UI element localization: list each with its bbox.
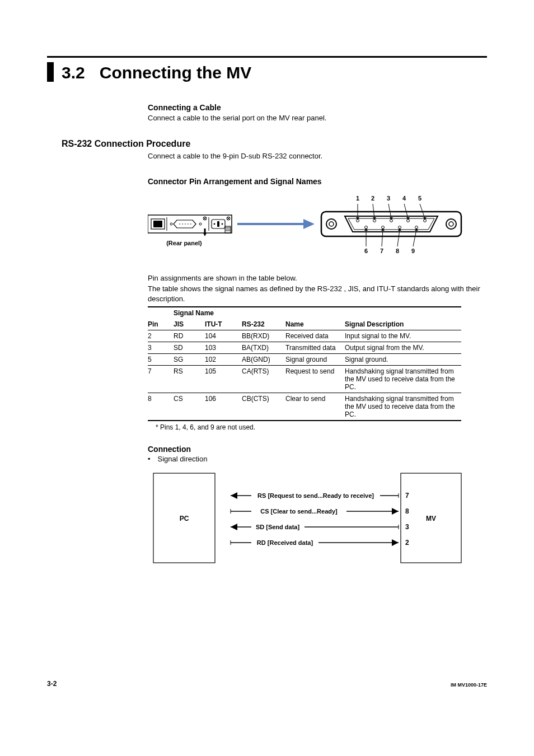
section-divider	[47, 56, 487, 58]
th-signal-name: Signal Name	[174, 307, 285, 319]
rear-panel-icon	[148, 215, 232, 236]
th-name: Name	[285, 307, 345, 330]
svg-rect-2	[153, 221, 162, 227]
svg-marker-75	[231, 524, 237, 530]
svg-text:2: 2	[405, 539, 409, 547]
svg-text:8: 8	[405, 507, 409, 515]
rear-panel-caption: (Rear panel)	[166, 240, 202, 246]
signal-table: Pin Signal Name Name Signal Description …	[148, 306, 461, 421]
svg-point-18	[222, 223, 223, 225]
doc-id: IM MV1000-17E	[451, 682, 487, 688]
table-note: * Pins 1, 4, 6, and 9 are not used.	[156, 423, 487, 431]
table-intro-2: The table shows the signal names as defi…	[148, 284, 487, 304]
pc-label: PC	[180, 515, 189, 522]
pin-label-3: 3	[387, 195, 390, 202]
table-intro-1: Pin assignments are shown in the table b…	[148, 273, 487, 283]
table-row: 3 SD 103 BA(TXD) Transmitted data Output…	[148, 342, 461, 353]
th-itut: ITU-T	[205, 319, 242, 330]
svg-point-31	[326, 219, 336, 229]
svg-point-32	[329, 222, 334, 226]
signal-line-sd: SD [Send data] 3	[231, 521, 409, 531]
svg-marker-63	[231, 492, 237, 499]
connector-figure: (Rear panel)	[148, 193, 487, 265]
svg-point-7	[185, 224, 186, 225]
connecting-cable-heading: Connecting a Cable	[148, 103, 487, 112]
table-row: 7 RS 105 CA(RTS) Request to send Handsha…	[148, 365, 461, 393]
section-marker-bar	[47, 62, 54, 82]
pin-label-1: 1	[356, 195, 359, 202]
signal-line-rd: RD [Received data] 2	[231, 537, 409, 547]
pin-label-5: 5	[418, 195, 421, 202]
svg-rect-17	[217, 221, 219, 227]
svg-point-10	[199, 223, 202, 225]
svg-text:RD [Received data]: RD [Received data]	[257, 539, 313, 546]
table-row: 2 RD 104 BB(RXD) Received data Input sig…	[148, 330, 461, 342]
mv-label: MV	[426, 515, 436, 522]
svg-point-9	[190, 224, 191, 225]
table-row: 5 SG 102 AB(GND) Signal ground Signal gr…	[148, 353, 461, 365]
pin-label-6: 6	[364, 248, 368, 254]
callout-arrow-icon	[237, 219, 315, 229]
svg-point-4	[170, 223, 172, 225]
svg-text:3: 3	[405, 523, 409, 531]
svg-point-33	[446, 219, 456, 229]
pin-label-2: 2	[371, 195, 374, 202]
table-row: 8 CS 106 CB(CTS) Clear to send Handshaki…	[148, 393, 461, 421]
svg-point-6	[182, 224, 183, 225]
signal-line-rs: RS [Request to send...Ready to receive] …	[231, 490, 409, 500]
svg-point-8	[188, 224, 189, 225]
signal-direction-bullet: • Signal direction	[148, 455, 487, 463]
pin-label-8: 8	[396, 248, 399, 254]
svg-text:7: 7	[405, 492, 409, 500]
signal-line-cs: CS [Clear to send...Ready] 8	[231, 506, 409, 516]
svg-marker-81	[392, 539, 399, 546]
svg-text:SD [Send data]: SD [Send data]	[256, 524, 300, 530]
rs232-text: Connect a cable to the 9-pin D-sub RS-23…	[148, 151, 487, 161]
svg-point-16	[214, 223, 216, 225]
db9-connector-icon	[321, 204, 461, 246]
svg-text:RS [Request to send...Ready to: RS [Request to send...Ready to receive]	[257, 492, 374, 499]
pin-label-4: 4	[402, 195, 406, 202]
svg-marker-29	[303, 219, 315, 229]
section-number: 3.2	[62, 62, 85, 82]
rs232-heading: RS-232 Connection Procedure	[62, 139, 487, 149]
section-title: Connecting the MV	[100, 62, 252, 82]
pin-label-9: 9	[411, 248, 415, 254]
connection-heading: Connection	[148, 445, 487, 454]
svg-point-34	[449, 222, 453, 226]
th-jis: JIS	[174, 319, 205, 330]
section-heading-row: 3.2 Connecting the MV	[47, 62, 487, 82]
svg-text:CS [Clear to send...Ready]: CS [Clear to send...Ready]	[260, 508, 338, 515]
page-number: 3-2	[47, 680, 57, 688]
svg-point-5	[179, 224, 180, 225]
th-desc: Signal Description	[345, 307, 461, 330]
svg-marker-69	[392, 508, 399, 515]
connecting-cable-text: Connect a cable to the serial port on th…	[148, 113, 487, 123]
connector-heading: Connector Pin Arrangement and Signal Nam…	[148, 177, 487, 186]
th-pin: Pin	[148, 307, 174, 330]
svg-marker-23	[203, 233, 207, 236]
signal-direction-figure: PC MV RS [Request to send...Ready to rec…	[148, 468, 487, 568]
pin-label-7: 7	[380, 248, 383, 254]
svg-rect-30	[321, 212, 461, 236]
th-rs232: RS-232	[242, 319, 285, 330]
